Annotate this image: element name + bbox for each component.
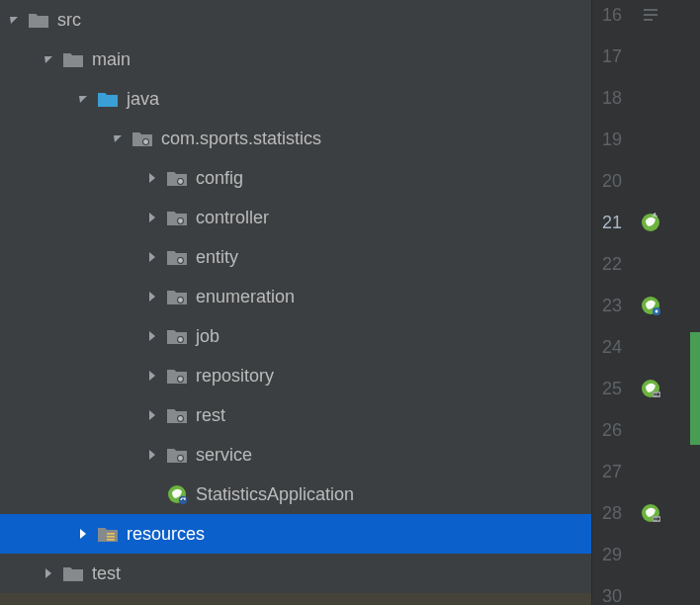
svg-point-5 bbox=[178, 218, 183, 223]
gutter-line-28[interactable]: 28 bbox=[592, 492, 700, 534]
gutter-line-16[interactable]: 16 bbox=[592, 0, 700, 36]
gutter-line-26[interactable]: 26 bbox=[592, 409, 700, 451]
tree-item-enumeration[interactable]: enumeration bbox=[0, 277, 591, 316]
gutter-line-18[interactable]: 18 bbox=[592, 77, 700, 119]
tree-item-label: java bbox=[127, 90, 159, 108]
tree-item-label: service bbox=[196, 446, 252, 464]
svg-point-9 bbox=[178, 298, 183, 302]
tree-item-entity[interactable]: entity bbox=[0, 237, 591, 277]
chevron-down-icon[interactable] bbox=[6, 12, 22, 28]
tree-item-java[interactable]: java bbox=[0, 79, 591, 119]
line-number: 21 bbox=[602, 213, 630, 233]
svg-point-3 bbox=[178, 179, 183, 184]
line-number: 27 bbox=[602, 462, 630, 482]
tree-item-label: entity bbox=[196, 248, 238, 266]
chevron-right-icon[interactable] bbox=[144, 210, 160, 225]
package-folder-icon bbox=[131, 128, 153, 149]
editor-gutter: 16 1718192021 2223 2425 262728 29 bbox=[591, 0, 700, 605]
chevron-right-icon[interactable] bbox=[144, 249, 160, 265]
svg-rect-22 bbox=[107, 539, 115, 541]
line-number: 18 bbox=[602, 88, 630, 109]
tree-item-test[interactable]: test bbox=[0, 554, 591, 593]
svg-point-15 bbox=[178, 416, 183, 421]
line-number: 20 bbox=[602, 171, 630, 192]
gutter-line-22[interactable]: 22 bbox=[592, 243, 700, 285]
gutter-line-29[interactable]: 29 bbox=[592, 534, 700, 575]
svg-point-7 bbox=[178, 258, 183, 263]
line-number: 28 bbox=[602, 503, 630, 524]
chevron-right-icon[interactable] bbox=[144, 170, 160, 186]
spring-autowired-icon[interactable] bbox=[640, 378, 661, 399]
gutter-line-25[interactable]: 25 bbox=[592, 368, 700, 409]
line-number: 29 bbox=[602, 545, 630, 565]
tree-item-label: StatisticsApplication bbox=[196, 485, 354, 503]
package-folder-icon bbox=[166, 167, 188, 189]
tree-item-com-sports-statistics[interactable]: com.sports.statistics bbox=[0, 119, 591, 158]
tree-item-statisticsapplication[interactable]: StatisticsApplication bbox=[0, 475, 591, 514]
package-folder-icon bbox=[166, 444, 188, 466]
line-number: 17 bbox=[602, 46, 630, 67]
gutter-line-30[interactable]: 30 bbox=[592, 575, 700, 605]
tree-item-label: test bbox=[92, 564, 121, 582]
blue-folder-icon bbox=[97, 88, 119, 110]
tree-item-label: main bbox=[92, 50, 131, 68]
tree-item-rest[interactable]: rest bbox=[0, 395, 591, 435]
tree-item-label: repository bbox=[196, 367, 274, 385]
tree-item-label: controller bbox=[196, 209, 269, 226]
tree-item-target[interactable]: target bbox=[0, 593, 591, 605]
tree-item-repository[interactable]: repository bbox=[0, 356, 591, 395]
grey-folder-icon bbox=[62, 562, 84, 584]
line-number: 24 bbox=[602, 337, 630, 358]
chevron-right-icon[interactable] bbox=[41, 565, 56, 581]
tree-item-label: job bbox=[196, 327, 219, 345]
spring-ok-icon[interactable] bbox=[640, 212, 661, 233]
chevron-right-icon[interactable] bbox=[144, 289, 160, 304]
gutter-line-17[interactable]: 17 bbox=[592, 36, 700, 77]
gutter-line-20[interactable]: 20 bbox=[592, 160, 700, 202]
svg-point-29 bbox=[656, 310, 658, 313]
gutter-line-23[interactable]: 23 bbox=[592, 285, 700, 326]
tree-item-service[interactable]: service bbox=[0, 435, 591, 475]
tree-item-controller[interactable]: controller bbox=[0, 198, 591, 237]
package-folder-icon bbox=[166, 286, 188, 307]
gutter-line-24[interactable]: 24 bbox=[592, 326, 700, 368]
package-folder-icon bbox=[166, 246, 188, 268]
tree-item-label: rest bbox=[196, 406, 225, 424]
chevron-down-icon[interactable] bbox=[110, 130, 126, 146]
resources-folder-icon bbox=[97, 523, 119, 545]
spring-cfg-icon[interactable] bbox=[640, 295, 661, 316]
tree-item-job[interactable]: job bbox=[0, 316, 591, 356]
tree-item-main[interactable]: main bbox=[0, 40, 591, 79]
softwrap-icon[interactable] bbox=[640, 4, 661, 26]
project-tree-panel[interactable]: src main java com.sports.statistics conf… bbox=[0, 0, 591, 605]
gutter-line-27[interactable]: 27 bbox=[592, 451, 700, 492]
chevron-down-icon[interactable] bbox=[41, 51, 56, 67]
chevron-right-icon[interactable] bbox=[144, 447, 160, 463]
tree-item-label: config bbox=[196, 169, 243, 187]
chevron-right-icon[interactable] bbox=[144, 407, 160, 423]
chevron-down-icon[interactable] bbox=[75, 91, 91, 107]
tree-item-config[interactable]: config bbox=[0, 158, 591, 198]
svg-rect-21 bbox=[107, 536, 115, 538]
gutter-line-19[interactable]: 19 bbox=[592, 119, 700, 160]
chevron-right-icon[interactable] bbox=[144, 328, 160, 344]
grey-folder-icon bbox=[62, 48, 84, 70]
tree-item-resources[interactable]: resources bbox=[0, 514, 591, 554]
svg-point-19 bbox=[179, 496, 187, 504]
package-folder-icon bbox=[166, 365, 188, 387]
line-number: 19 bbox=[602, 130, 630, 150]
line-number: 16 bbox=[602, 5, 630, 26]
package-folder-icon bbox=[166, 404, 188, 426]
spring-autowired-icon[interactable] bbox=[640, 502, 661, 524]
tree-item-src[interactable]: src bbox=[0, 0, 591, 40]
line-number: 23 bbox=[602, 296, 630, 316]
gutter-line-21[interactable]: 21 bbox=[592, 202, 700, 243]
grey-folder-icon bbox=[28, 9, 49, 31]
tree-item-label: src bbox=[57, 11, 81, 29]
chevron-right-icon[interactable] bbox=[144, 368, 160, 384]
tree-item-label: resources bbox=[127, 525, 205, 543]
svg-point-13 bbox=[178, 377, 183, 382]
chevron-right-icon[interactable] bbox=[75, 526, 91, 542]
line-number: 25 bbox=[602, 379, 630, 399]
line-number: 22 bbox=[602, 254, 630, 275]
